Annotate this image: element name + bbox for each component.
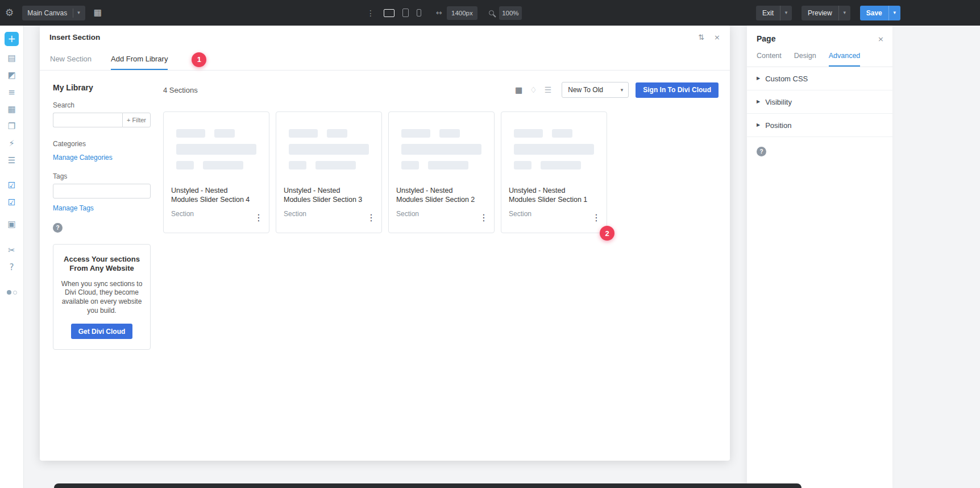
sign-in-divi-cloud-button[interactable]: Sign In To Divi Cloud bbox=[636, 82, 719, 98]
section-type-label: Section bbox=[396, 210, 487, 218]
topbar-kebab-icon[interactable]: ⋮ bbox=[367, 9, 375, 17]
chevron-down-icon: ▾ bbox=[77, 10, 80, 15]
save-chevron-icon[interactable]: ▾ bbox=[888, 6, 900, 20]
library-section-card[interactable]: Unstyled - Nested Modules Slider Section… bbox=[501, 111, 607, 233]
card-menu-icon[interactable]: ⋮ bbox=[254, 213, 263, 222]
preview-button[interactable]: Preview bbox=[802, 6, 838, 20]
zoom-icon bbox=[489, 10, 494, 15]
tab-advanced[interactable]: Advanced bbox=[829, 52, 861, 67]
section-thumbnail bbox=[164, 112, 269, 169]
step-1-badge: 1 bbox=[192, 52, 206, 67]
manage-tags-link[interactable]: Manage Tags bbox=[53, 204, 151, 212]
caret-right-icon: ▶ bbox=[757, 76, 760, 81]
phone-view-icon[interactable] bbox=[417, 9, 421, 16]
categories-label: Categories bbox=[53, 140, 151, 148]
zoom-level-input[interactable] bbox=[499, 6, 522, 20]
grid-icon[interactable]: ▦ bbox=[5, 102, 19, 116]
panel-tab-bar: Content Design Advanced bbox=[747, 43, 892, 67]
canvas-selector[interactable]: Main Canvas ▾ bbox=[22, 6, 85, 20]
sort-select[interactable]: New To Old ▾ bbox=[562, 82, 629, 98]
images-icon[interactable]: ▣ bbox=[5, 217, 19, 231]
resize-handle-icon[interactable]: ⇅ bbox=[698, 34, 704, 41]
section-thumbnail bbox=[389, 112, 494, 169]
preview-chevron-icon[interactable]: ▾ bbox=[838, 6, 850, 20]
tag-view-icon[interactable]: ♢ bbox=[530, 86, 537, 94]
toggle-off-dot bbox=[13, 291, 17, 295]
filter-button[interactable]: + Filter bbox=[122, 113, 151, 127]
modal-title: Insert Section bbox=[49, 33, 100, 42]
section-title: Unstyled - Nested Modules Slider Section… bbox=[284, 186, 364, 205]
save-button[interactable]: Save bbox=[860, 6, 888, 20]
exit-chevron-icon[interactable]: ▾ bbox=[780, 6, 792, 20]
card-menu-icon[interactable]: ⋮ bbox=[479, 213, 488, 222]
library-sidebar: My Library Search + Filter Categories Ma… bbox=[53, 82, 151, 350]
section-title: Unstyled - Nested Modules Slider Section… bbox=[509, 186, 589, 205]
manage-categories-link[interactable]: Manage Categories bbox=[53, 154, 151, 162]
tab-new-section[interactable]: New Section bbox=[50, 49, 92, 70]
exit-button[interactable]: Exit bbox=[756, 6, 780, 20]
library-heading: My Library bbox=[53, 83, 151, 92]
builder-mode-toggle[interactable] bbox=[7, 290, 17, 295]
exit-button-group: Exit ▾ bbox=[756, 6, 792, 20]
library-section-card[interactable]: Unstyled - Nested Modules Slider Section… bbox=[388, 111, 495, 233]
tags-input[interactable] bbox=[53, 184, 151, 198]
library-results: 4 Sections ▦ ♢ ☰ New To Old ▾ Sign In To… bbox=[163, 82, 719, 350]
sort-select-value: New To Old bbox=[568, 86, 603, 94]
accordion-label: Custom CSS bbox=[765, 75, 808, 83]
section-card-grid: Unstyled - Nested Modules Slider Section… bbox=[163, 111, 719, 233]
panel-help-icon[interactable]: ? bbox=[757, 147, 766, 156]
wireframe-icon[interactable]: ☰ bbox=[5, 154, 19, 167]
section-title: Unstyled - Nested Modules Slider Section… bbox=[171, 186, 252, 205]
caret-right-icon: ▶ bbox=[757, 100, 760, 104]
tab-content[interactable]: Content bbox=[757, 52, 782, 67]
divider bbox=[73, 9, 73, 18]
canvas-width-icon: ↔ bbox=[436, 9, 442, 16]
panel-close-icon[interactable]: × bbox=[878, 35, 884, 43]
desktop-check-icon[interactable]: ☑ bbox=[5, 179, 19, 192]
tab-design[interactable]: Design bbox=[794, 52, 816, 67]
caret-right-icon: ▶ bbox=[757, 123, 760, 127]
list-view-icon[interactable]: ☰ bbox=[545, 86, 552, 94]
search-input[interactable] bbox=[53, 113, 122, 127]
design-icon[interactable]: ◩ bbox=[5, 68, 19, 82]
section-title: Unstyled - Nested Modules Slider Section… bbox=[396, 186, 477, 205]
help-icon[interactable]: ? bbox=[5, 260, 19, 274]
library-section-card[interactable]: Unstyled - Nested Modules Slider Section… bbox=[276, 111, 382, 233]
get-divi-cloud-button[interactable]: Get Divi Cloud bbox=[71, 324, 133, 339]
canvas-width-input[interactable] bbox=[447, 6, 477, 20]
page-settings-bar[interactable] bbox=[54, 483, 802, 488]
accordion-visibility[interactable]: ▶ Visibility bbox=[747, 90, 892, 114]
toggle-on-dot bbox=[7, 290, 11, 295]
library-section-card[interactable]: Unstyled - Nested Modules Slider Section… bbox=[163, 111, 269, 233]
close-icon[interactable]: × bbox=[714, 34, 720, 41]
desktop-view-icon[interactable] bbox=[384, 9, 395, 17]
settings-gear-icon[interactable]: ⚙ bbox=[5, 8, 14, 18]
accordion-label: Visibility bbox=[765, 98, 792, 106]
layout-grid-icon[interactable]: ▦ bbox=[94, 9, 102, 17]
section-type-label: Section bbox=[509, 210, 599, 218]
tags-label: Tags bbox=[53, 172, 151, 180]
duplicate-icon[interactable]: ❐ bbox=[5, 119, 19, 133]
section-thumbnail bbox=[501, 112, 607, 169]
accordion-custom-css[interactable]: ▶ Custom CSS bbox=[747, 67, 892, 90]
canvas-selector-label: Main Canvas bbox=[27, 9, 67, 17]
panel-title: Page bbox=[757, 34, 775, 43]
scissors-icon[interactable]: ✂ bbox=[5, 243, 19, 257]
section-type-label: Section bbox=[284, 210, 374, 218]
builder-topbar: ⚙ Main Canvas ▾ ▦ ⋮ ↔ Exit ▾ Preview ▾ S… bbox=[0, 0, 980, 26]
accordion-position[interactable]: ▶ Position bbox=[747, 114, 892, 137]
layers-icon[interactable]: ▤ bbox=[5, 51, 19, 65]
lightning-icon[interactable]: ⚡ bbox=[5, 137, 19, 150]
page-settings-panel: Page × Content Design Advanced ▶ Custom … bbox=[747, 26, 892, 488]
tablet-view-icon[interactable] bbox=[402, 9, 409, 17]
rows-icon[interactable]: ≡ bbox=[5, 85, 19, 99]
grid-view-icon[interactable]: ▦ bbox=[515, 86, 522, 94]
card-menu-icon[interactable]: ⋮ bbox=[592, 213, 601, 222]
library-help-icon[interactable]: ? bbox=[53, 223, 63, 233]
card-menu-icon[interactable]: ⋮ bbox=[367, 213, 376, 222]
section-count: 4 Sections bbox=[163, 86, 198, 94]
tablet-check-icon[interactable]: ☑ bbox=[5, 196, 19, 209]
tab-add-from-library[interactable]: Add From Library bbox=[111, 49, 168, 70]
add-section-button[interactable]: + bbox=[5, 32, 19, 46]
builder-sidebar: + ▤ ◩ ≡ ▦ ❐ ⚡ ☰ ☑ ☑ ▣ ✂ ? bbox=[0, 26, 24, 488]
